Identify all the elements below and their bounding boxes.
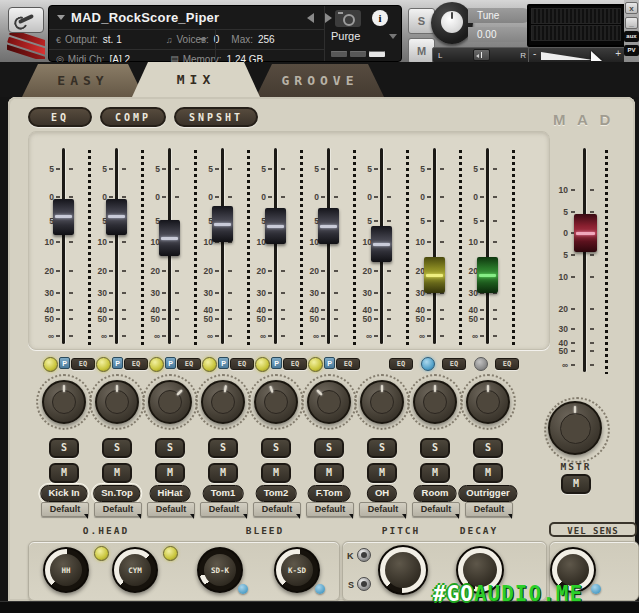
channel-pan-knob[interactable] <box>254 380 298 424</box>
channel-preset-dropdown[interactable]: Default <box>359 502 407 517</box>
channel-fader-cap[interactable] <box>212 206 233 242</box>
sd-k-bleed-knob[interactable]: SD-K <box>197 547 243 593</box>
instrument-dropdown-icon[interactable] <box>57 15 65 20</box>
channel-mute-button[interactable]: M <box>102 463 132 483</box>
snapshot-page-button[interactable]: SNPSHT <box>174 107 258 127</box>
channel-mute-button[interactable]: M <box>49 463 79 483</box>
channel-fader-cap[interactable] <box>371 226 392 262</box>
channel-preset-dropdown[interactable]: Default <box>41 502 89 517</box>
yellow-led[interactable] <box>149 357 164 372</box>
eq-page-button[interactable]: EQ <box>28 107 92 127</box>
channel-name-button[interactable]: Tom1 <box>203 485 244 502</box>
channel-pan-knob[interactable] <box>148 380 192 424</box>
yellow-led[interactable] <box>43 357 58 372</box>
channel-solo-button[interactable]: S <box>367 438 397 458</box>
channel-name-button[interactable]: Outrigger <box>458 485 517 502</box>
channel-fader-cap[interactable] <box>265 208 286 244</box>
channel-solo-button[interactable]: S <box>208 438 238 458</box>
channel-mute-button[interactable]: M <box>473 463 503 483</box>
channel-pan-knob[interactable] <box>42 380 86 424</box>
channel-fader-cap[interactable] <box>53 199 74 235</box>
yellow-led[interactable] <box>96 357 111 372</box>
tab-easy[interactable]: EASY <box>22 64 144 97</box>
channel-preset-dropdown[interactable]: Default <box>465 502 513 517</box>
channel-mute-button[interactable]: M <box>208 463 238 483</box>
channel-name-button[interactable]: Kick In <box>40 485 87 502</box>
channel-name-button[interactable]: OH <box>367 485 397 502</box>
channel-pan-knob[interactable] <box>307 380 351 424</box>
channel-fader-cap[interactable] <box>106 199 127 235</box>
channel-pan-knob[interactable] <box>413 380 457 424</box>
channel-fader-cap[interactable] <box>318 208 339 244</box>
max-value[interactable]: 256 <box>258 34 275 45</box>
channel-pan-knob[interactable] <box>466 380 510 424</box>
channel-pan-knob[interactable] <box>95 380 139 424</box>
channel-fader-track[interactable] <box>327 148 330 344</box>
tab-groove[interactable]: GROOVE <box>256 64 384 97</box>
output-dropdown-icon[interactable] <box>199 38 207 42</box>
pre-button[interactable]: P <box>112 357 123 369</box>
tab-mix[interactable]: MIX <box>132 62 260 97</box>
channel-name-button[interactable]: HiHat <box>150 485 191 502</box>
channel-fader-cap[interactable] <box>159 220 180 256</box>
tune-knob[interactable] <box>431 2 473 44</box>
channel-fader-track[interactable] <box>221 148 224 344</box>
channel-solo-button[interactable]: S <box>261 438 291 458</box>
channel-solo-button[interactable]: S <box>49 438 79 458</box>
yellow-led[interactable] <box>308 357 323 372</box>
aux-button[interactable]: aux <box>624 31 639 42</box>
channel-mute-button[interactable]: M <box>155 463 185 483</box>
close-button[interactable]: x <box>625 2 638 14</box>
channel-fader-track[interactable] <box>62 148 65 344</box>
pre-button[interactable]: P <box>59 357 70 369</box>
comp-page-button[interactable]: COMP <box>100 107 166 127</box>
channel-fader-track[interactable] <box>433 148 436 344</box>
channel-name-button[interactable]: Tom2 <box>256 485 297 502</box>
channel-solo-button[interactable]: S <box>102 438 132 458</box>
purge-label[interactable]: Purge <box>331 30 360 42</box>
channel-solo-button[interactable]: S <box>420 438 450 458</box>
k-button[interactable] <box>357 548 371 562</box>
output-value[interactable]: st. 1 <box>103 34 122 45</box>
prev-instrument-icon[interactable] <box>307 13 314 23</box>
channel-fader-cap[interactable] <box>424 257 445 293</box>
purge-dropdown-icon[interactable] <box>389 34 397 39</box>
channel-name-button[interactable]: F.Tom <box>308 485 351 502</box>
hh-knob[interactable]: HH <box>43 547 89 593</box>
minimize-button[interactable]: _ <box>625 17 638 29</box>
channel-pan-knob[interactable] <box>360 380 404 424</box>
instrument-title-row[interactable]: MAD_RockScore_Piper <box>49 6 325 30</box>
channel-eq-button[interactable]: EQ <box>495 358 519 370</box>
channel-preset-dropdown[interactable]: Default <box>412 502 460 517</box>
volume-plus[interactable]: + <box>615 48 621 59</box>
k-sd-bleed-knob[interactable]: K-SD <box>274 547 320 593</box>
pre-button[interactable]: P <box>324 357 335 369</box>
channel-preset-dropdown[interactable]: Default <box>306 502 354 517</box>
gray-led[interactable] <box>474 357 488 371</box>
snapshot-camera-button[interactable] <box>335 10 361 27</box>
pv-button[interactable]: PV <box>624 45 639 56</box>
pan-slider[interactable]: L R <box>432 47 532 63</box>
cym-knob[interactable]: CYM <box>112 547 158 593</box>
channel-solo-button[interactable]: S <box>155 438 185 458</box>
master-mute-button[interactable]: M <box>561 474 591 494</box>
channel-name-button[interactable]: Room <box>414 485 457 502</box>
channel-preset-dropdown[interactable]: Default <box>94 502 142 517</box>
channel-mute-button[interactable]: M <box>261 463 291 483</box>
channel-mute-button[interactable]: M <box>314 463 344 483</box>
master-fader-track[interactable] <box>583 148 586 372</box>
yellow-led[interactable] <box>202 357 217 372</box>
channel-fader-track[interactable] <box>274 148 277 344</box>
volume-handle[interactable] <box>591 51 602 61</box>
channel-preset-dropdown[interactable]: Default <box>200 502 248 517</box>
channel-fader-track[interactable] <box>486 148 489 344</box>
channel-mute-button[interactable]: M <box>367 463 397 483</box>
channel-pan-knob[interactable] <box>201 380 245 424</box>
channel-name-button[interactable]: Sn.Top <box>93 485 140 502</box>
header-mute-button[interactable]: M <box>408 38 435 64</box>
yellow-led[interactable] <box>255 357 270 372</box>
blue-led[interactable] <box>421 357 435 371</box>
channel-fader-track[interactable] <box>115 148 118 344</box>
pre-button[interactable]: P <box>271 357 282 369</box>
pre-button[interactable]: P <box>218 357 229 369</box>
